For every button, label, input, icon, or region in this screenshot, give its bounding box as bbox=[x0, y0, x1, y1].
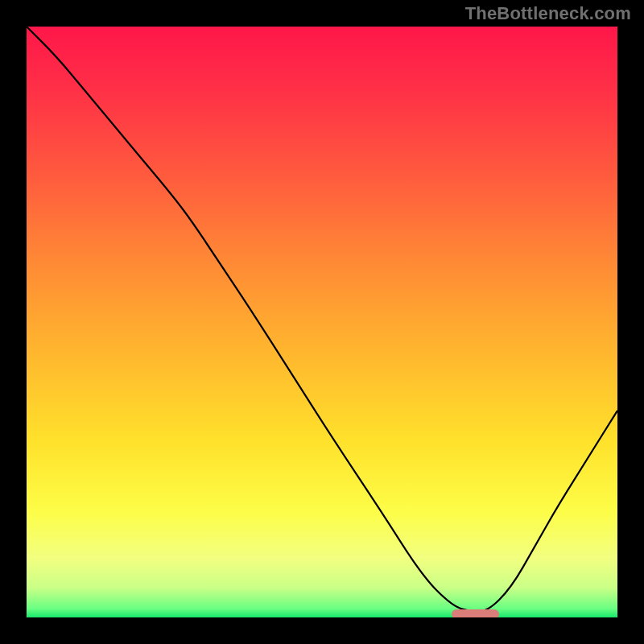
gradient-background bbox=[27, 27, 617, 617]
watermark-text: TheBottleneck.com bbox=[465, 3, 631, 24]
plot-area bbox=[27, 27, 617, 617]
optimal-marker bbox=[452, 609, 499, 617]
chart-container: TheBottleneck.com bbox=[0, 0, 644, 644]
plot-svg bbox=[27, 27, 617, 617]
